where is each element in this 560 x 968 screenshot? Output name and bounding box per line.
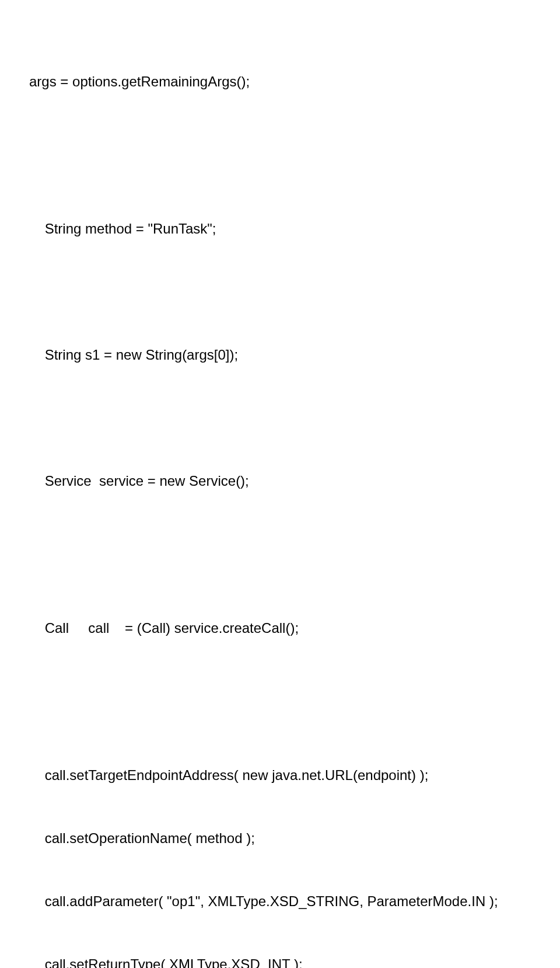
code-line: call.setReturnType( XMLType.XSD_INT ); (29, 954, 531, 968)
code-line: String method = "RunTask"; (29, 218, 531, 239)
code-line: Service service = new Service(); (29, 471, 531, 492)
code-line: Call call = (Call) service.createCall(); (29, 618, 531, 639)
code-listing: args = options.getRemainingArgs(); Strin… (29, 29, 531, 968)
code-line: call.setOperationName( method ); (29, 828, 531, 849)
code-line: call.addParameter( "op1", XMLType.XSD_ST… (29, 891, 531, 912)
code-line: String s1 = new String(args[0]); (29, 344, 531, 365)
code-line: call.setTargetEndpointAddress( new java.… (29, 765, 531, 786)
code-line: args = options.getRemainingArgs(); (29, 71, 531, 92)
